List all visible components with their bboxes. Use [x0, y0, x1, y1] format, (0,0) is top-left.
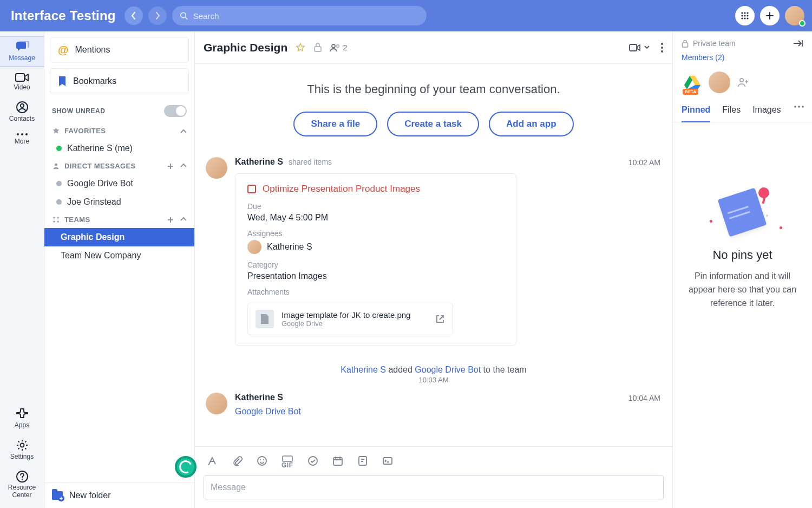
share-file-button[interactable]: Share a file [293, 112, 377, 136]
note-icon[interactable] [357, 455, 368, 466]
people-icon [330, 43, 340, 52]
open-external-icon[interactable] [435, 314, 445, 324]
format-icon[interactable] [207, 455, 218, 466]
avatar[interactable] [206, 393, 227, 414]
member-avatar-drive[interactable]: BETA [682, 71, 703, 93]
star-outline-icon[interactable] [295, 42, 306, 53]
back-button[interactable] [125, 6, 143, 25]
avatar[interactable] [206, 157, 227, 179]
forward-button[interactable] [148, 6, 167, 25]
search-input[interactable] [193, 11, 419, 21]
calendar-icon[interactable] [332, 455, 343, 466]
person-icon [52, 162, 60, 170]
svg-rect-28 [630, 44, 637, 51]
task-checkbox[interactable] [247, 185, 256, 193]
rail-resource-center[interactable]: Resource Center [0, 466, 44, 508]
svg-point-32 [258, 457, 266, 465]
svg-point-8 [741, 17, 743, 19]
compose-input[interactable] [211, 483, 657, 492]
message-author: Katherine S [235, 157, 283, 167]
dm-item-joe[interactable]: Joe Grinstead [44, 193, 194, 211]
svg-rect-25 [315, 47, 321, 51]
teams-header[interactable]: TEAMS [44, 211, 194, 228]
rail-message[interactable]: Message [0, 36, 44, 67]
svg-point-47 [802, 106, 804, 108]
tab-pinned[interactable]: Pinned [682, 105, 710, 122]
task-icon[interactable] [307, 455, 318, 466]
svg-point-45 [794, 106, 796, 108]
rail-video[interactable]: Video [0, 68, 44, 95]
member-count[interactable]: 2 [330, 43, 347, 52]
chevron-up-icon[interactable] [180, 129, 187, 133]
rail-settings[interactable]: Settings [0, 434, 44, 465]
snippet-icon[interactable] [382, 455, 393, 466]
collapse-panel-button[interactable] [793, 39, 803, 48]
grammarly-badge[interactable] [175, 456, 197, 478]
chevron-up-icon[interactable] [180, 163, 187, 167]
collapse-right-icon [793, 39, 803, 48]
attach-icon[interactable] [232, 455, 243, 466]
add-app-button[interactable]: Add an app [489, 112, 574, 136]
svg-point-3 [744, 12, 745, 14]
favorite-item-me[interactable]: Katherine S (me) [44, 139, 194, 158]
tabs-more-button[interactable] [794, 105, 804, 108]
svg-point-30 [661, 47, 663, 49]
app-title: Interface Testing [11, 8, 116, 23]
team-item-graphic-design[interactable]: Graphic Design [44, 228, 194, 246]
dialpad-button[interactable] [735, 6, 755, 25]
svg-point-33 [260, 459, 261, 460]
empty-title: No pins yet [712, 248, 772, 262]
gif-icon[interactable]: GIF [281, 455, 293, 469]
start-video-button[interactable] [629, 43, 650, 52]
member-avatar[interactable] [709, 71, 730, 93]
system-time: 10:03 AM [195, 376, 672, 384]
mentions-card[interactable]: @ Mentions [50, 37, 189, 63]
search-field[interactable] [172, 6, 427, 25]
dm-header[interactable]: DIRECT MESSAGES [44, 158, 194, 174]
file-icon [256, 310, 274, 328]
svg-point-27 [337, 44, 339, 47]
favorites-header[interactable]: FAVORITES [44, 122, 194, 139]
compose-input-wrap[interactable] [204, 476, 664, 499]
add-member-button[interactable] [736, 75, 751, 90]
add-team-icon[interactable] [167, 217, 174, 223]
svg-point-23 [53, 221, 55, 223]
conversation-beginning: This is the beginning of your team conve… [195, 64, 672, 106]
rail-apps[interactable]: Apps [0, 403, 44, 433]
task-title[interactable]: Optimize Presentation Product Images [263, 184, 420, 194]
task-card[interactable]: Optimize Presentation Product Images Due… [235, 173, 516, 346]
assignee-avatar[interactable] [247, 240, 261, 254]
kebab-menu-icon[interactable] [660, 42, 664, 53]
attachment-card[interactable]: Image template for JK to create.png Goog… [247, 303, 453, 335]
svg-point-36 [309, 457, 317, 465]
svg-point-6 [744, 15, 745, 16]
dm-item-drive-bot[interactable]: Google Drive Bot [44, 174, 194, 193]
message-link[interactable]: Google Drive Bot [235, 407, 301, 416]
profile-avatar[interactable] [785, 6, 804, 25]
composer: GIF [195, 446, 672, 508]
team-item-new-company[interactable]: Team New Company [44, 246, 194, 265]
rail-contacts[interactable]: Contacts [0, 96, 44, 127]
tab-images[interactable]: Images [752, 105, 781, 122]
show-unread-toggle[interactable] [164, 105, 187, 117]
chevron-up-icon[interactable] [180, 217, 187, 221]
svg-point-31 [661, 50, 663, 53]
bookmarks-card[interactable]: Bookmarks [50, 68, 189, 94]
new-folder-button[interactable]: New folder [44, 483, 194, 508]
create-task-button[interactable]: Create a task [387, 112, 479, 136]
svg-rect-37 [333, 458, 342, 465]
google-drive-icon [684, 75, 701, 90]
svg-point-2 [741, 12, 743, 14]
show-unread-label: SHOW UNREAD [52, 107, 106, 115]
members-link[interactable]: Members (2) [673, 50, 812, 65]
svg-point-34 [263, 459, 264, 460]
tab-files[interactable]: Files [722, 105, 741, 122]
new-button[interactable] [760, 6, 780, 25]
svg-point-29 [661, 43, 663, 45]
emoji-icon[interactable] [257, 455, 267, 466]
svg-rect-35 [283, 456, 292, 461]
svg-line-1 [185, 17, 187, 19]
rail-more[interactable]: More [0, 128, 44, 149]
add-dm-icon[interactable] [167, 163, 174, 170]
presence-indicator [799, 20, 806, 27]
